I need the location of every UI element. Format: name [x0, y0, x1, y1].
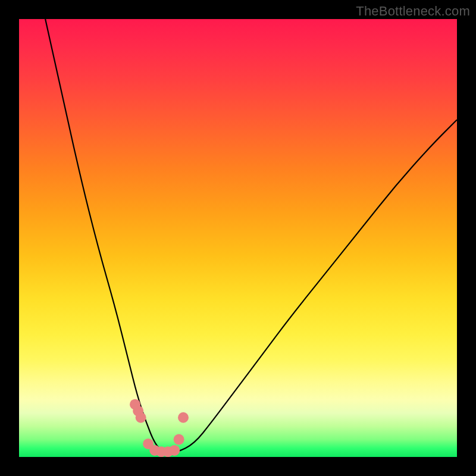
- bottleneck-curve: [45, 19, 457, 453]
- chart-svg: [19, 19, 457, 457]
- bottleneck-curve-path: [45, 19, 457, 453]
- marker-dot: [174, 434, 184, 445]
- watermark-text: TheBottleneck.com: [356, 4, 470, 19]
- plot-area: [19, 19, 457, 457]
- marker-dot: [169, 445, 180, 456]
- marker-dot: [136, 412, 146, 423]
- marker-dot: [178, 412, 189, 423]
- marker-dots: [130, 399, 189, 457]
- chart-frame: TheBottleneck.com: [0, 0, 476, 476]
